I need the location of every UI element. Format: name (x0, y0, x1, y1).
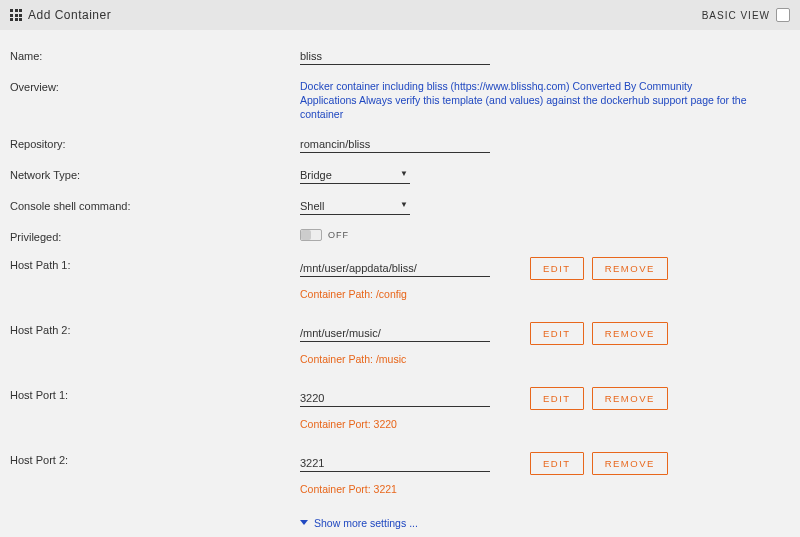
repository-input[interactable] (300, 136, 490, 153)
remove-button[interactable]: REMOVE (592, 452, 668, 475)
label-host-port-1: Host Port 1: (10, 387, 300, 401)
edit-button[interactable]: EDIT (530, 387, 584, 410)
page-header: Add Container BASIC VIEW (0, 0, 800, 30)
edit-button[interactable]: EDIT (530, 452, 584, 475)
edit-button[interactable]: EDIT (530, 322, 584, 345)
host-path-1-input[interactable] (300, 260, 490, 277)
label-host-path-2: Host Path 2: (10, 322, 300, 336)
toggle-icon (776, 8, 790, 22)
label-overview: Overview: (10, 79, 300, 93)
host-port-1-input[interactable] (300, 390, 490, 407)
label-repository: Repository: (10, 136, 300, 150)
host-path-1-hint: Container Path: /config (300, 288, 668, 300)
grid-icon (10, 9, 22, 21)
label-host-path-1: Host Path 1: (10, 257, 300, 271)
host-port-2-input[interactable] (300, 455, 490, 472)
console-shell-select[interactable]: Shell (300, 198, 410, 214)
host-port-1-hint: Container Port: 3220 (300, 418, 668, 430)
label-host-port-2: Host Port 2: (10, 452, 300, 466)
remove-button[interactable]: REMOVE (592, 387, 668, 410)
chevron-down-icon (300, 520, 308, 525)
remove-button[interactable]: REMOVE (592, 257, 668, 280)
view-toggle[interactable]: BASIC VIEW (702, 8, 790, 22)
network-type-select[interactable]: Bridge (300, 167, 410, 183)
label-privileged: Privileged: (10, 229, 300, 243)
label-name: Name: (10, 48, 300, 62)
edit-button[interactable]: EDIT (530, 257, 584, 280)
label-network-type: Network Type: (10, 167, 300, 181)
view-toggle-label: BASIC VIEW (702, 10, 770, 21)
name-input[interactable] (300, 48, 490, 65)
privileged-state: OFF (328, 230, 349, 240)
label-console-shell: Console shell command: (10, 198, 300, 212)
show-more-settings-link[interactable]: Show more settings ... (300, 517, 418, 529)
host-port-2-hint: Container Port: 3221 (300, 483, 668, 495)
overview-text: Docker container including bliss (https:… (300, 79, 750, 122)
host-path-2-input[interactable] (300, 325, 490, 342)
page-title: Add Container (28, 8, 111, 22)
remove-button[interactable]: REMOVE (592, 322, 668, 345)
host-path-2-hint: Container Path: /music (300, 353, 668, 365)
privileged-toggle[interactable] (300, 229, 322, 241)
